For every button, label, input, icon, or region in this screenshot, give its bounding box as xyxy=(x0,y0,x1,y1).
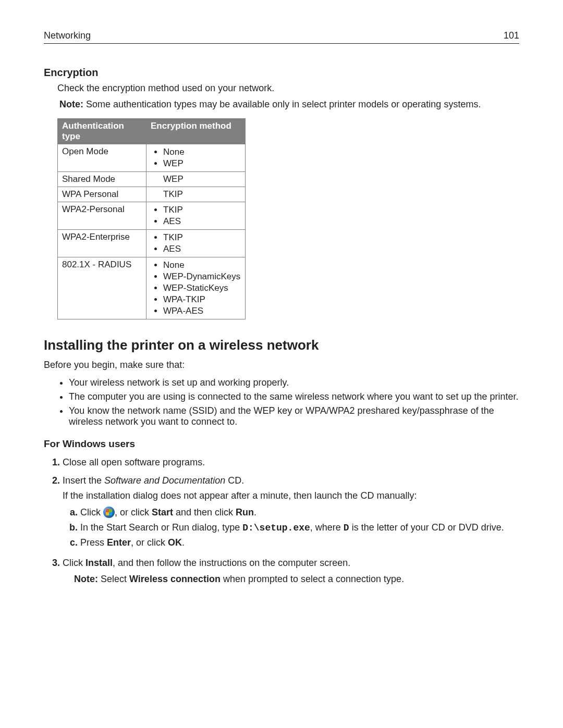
install-intro: Before you begin, make sure that: xyxy=(44,360,519,371)
method-item: AES xyxy=(163,216,241,227)
prereq-item: Your wireless network is set up and work… xyxy=(69,376,519,390)
method-item: None xyxy=(163,146,241,158)
note-body: Some authentication types may be availab… xyxy=(83,99,481,109)
encryption-table: Authentication type Encryption method Op… xyxy=(57,118,246,319)
step-2c: Press Enter, or click OK. xyxy=(80,535,519,550)
step-2b: In the Start Search or Run dialog, type … xyxy=(80,520,519,535)
enc-method-cell: NoneWEP-DynamicKeysWEP-StaticKeysWPA-TKI… xyxy=(146,257,246,319)
auth-type-cell: Open Mode xyxy=(58,144,146,172)
method-item: None xyxy=(163,260,241,271)
method-item: WPA-AES xyxy=(163,305,241,317)
table-row: WPA PersonalTKIP xyxy=(58,187,246,202)
step-2-text: Insert the Software and Documentation CD… xyxy=(63,475,244,486)
windows-steps: Close all open software programs. Insert… xyxy=(44,455,519,587)
encryption-note: Note: Some authentication types may be a… xyxy=(59,99,519,110)
windows-heading: For Windows users xyxy=(44,438,519,450)
header-section: Networking xyxy=(44,30,91,41)
method-item: WEP xyxy=(151,174,241,184)
step-1-text: Close all open software programs. xyxy=(63,457,205,467)
page-header: Networking 101 xyxy=(44,30,519,44)
prereq-item: You know the network name (SSID) and the… xyxy=(69,404,519,429)
table-row: 802.1X - RADIUSNoneWEP-DynamicKeysWEP-St… xyxy=(58,257,246,319)
step-2a: Click , or click Start and then click Ru… xyxy=(80,504,519,520)
th-enc-method: Encryption method xyxy=(146,119,246,144)
enc-method-cell: NoneWEP xyxy=(146,144,246,172)
method-item: WEP-DynamicKeys xyxy=(163,271,241,282)
encryption-heading: Encryption xyxy=(44,67,519,79)
auth-type-cell: WPA Personal xyxy=(58,187,146,202)
table-row: WPA2-EnterpriseTKIPAES xyxy=(58,230,246,257)
method-item: AES xyxy=(163,243,241,255)
table-row: WPA2-PersonalTKIPAES xyxy=(58,202,246,230)
document-page: Networking 101 Encryption Check the encr… xyxy=(0,0,563,621)
step-3-note: Note: Select Wireless connection when pr… xyxy=(74,574,519,585)
step-2-sub: If the installation dialog does not appe… xyxy=(63,490,519,501)
method-list: TKIPAES xyxy=(151,232,241,255)
table-row: Open ModeNoneWEP xyxy=(58,144,246,172)
method-list: TKIPAES xyxy=(151,204,241,227)
method-item: TKIP xyxy=(151,189,241,200)
step-2-substeps: Click , or click Start and then click Ru… xyxy=(63,504,519,550)
auth-type-cell: WPA2-Enterprise xyxy=(58,230,146,257)
auth-type-cell: Shared Mode xyxy=(58,172,146,187)
enc-method-cell: TKIP xyxy=(146,187,246,202)
step-1: Close all open software programs. xyxy=(63,455,519,470)
encryption-intro: Check the encryption method used on your… xyxy=(57,83,519,94)
method-item: WEP-StaticKeys xyxy=(163,282,241,294)
method-list: NoneWEP-DynamicKeysWEP-StaticKeysWPA-TKI… xyxy=(151,260,241,317)
install-heading: Installing the printer on a wireless net… xyxy=(44,337,519,353)
th-auth-type: Authentication type xyxy=(58,119,146,144)
method-item: TKIP xyxy=(163,232,241,243)
method-item: WPA-TKIP xyxy=(163,294,241,305)
method-list: NoneWEP xyxy=(151,146,241,169)
table-row: Shared ModeWEP xyxy=(58,172,246,187)
enc-method-cell: WEP xyxy=(146,172,246,187)
header-page-number: 101 xyxy=(504,30,519,41)
enc-method-cell: TKIPAES xyxy=(146,202,246,230)
auth-type-cell: 802.1X - RADIUS xyxy=(58,257,146,319)
method-item: TKIP xyxy=(163,204,241,216)
windows-start-icon xyxy=(103,507,115,518)
method-item: WEP xyxy=(163,158,241,169)
auth-type-cell: WPA2-Personal xyxy=(58,202,146,230)
step-3: Click Install, and then follow the instr… xyxy=(63,556,519,587)
prereq-item: The computer you are using is connected … xyxy=(69,390,519,404)
step-2: Insert the Software and Documentation CD… xyxy=(63,473,519,552)
install-prereq-list: Your wireless network is set up and work… xyxy=(44,376,519,429)
note-label: Note: xyxy=(59,99,83,109)
enc-method-cell: TKIPAES xyxy=(146,230,246,257)
